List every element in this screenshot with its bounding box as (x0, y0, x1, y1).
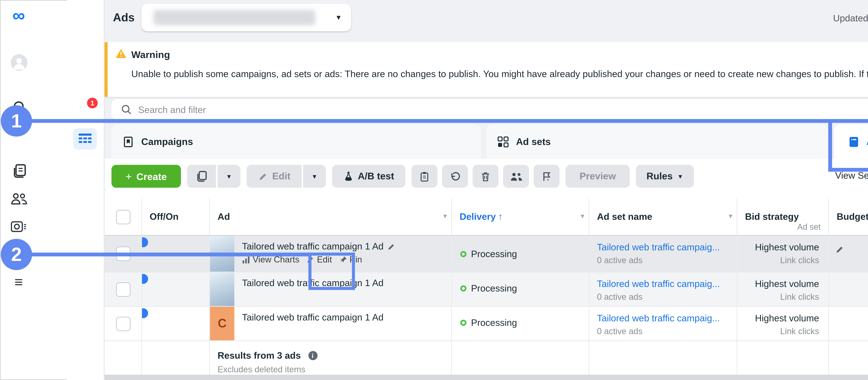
ad-sets-grid-icon (497, 135, 509, 148)
table-row[interactable]: C Tailored web traffic campaign 1 Ad Pro… (104, 307, 868, 341)
rules-button[interactable]: Rules ▼ (636, 165, 694, 188)
sidebar-item-ads-manager-active[interactable] (73, 128, 97, 150)
chevron-down-icon: ▼ (335, 14, 342, 21)
last-updated-text: Updated today at 21:29 (786, 13, 868, 24)
footer-title: Results from 3 ads (218, 350, 301, 361)
tab-campaigns[interactable]: Campaigns (112, 124, 481, 159)
row-adset-cell: Tailored web traffic campaig... 0 active… (589, 236, 738, 272)
sort-caret-icon: ▼ (727, 213, 734, 220)
page-title: Ads (113, 11, 135, 24)
ab-test-button[interactable]: A/B test (332, 165, 405, 188)
row-budget-cell: £10.00 Daily (829, 236, 868, 272)
sidebar-item-more-menu[interactable]: ≡ (0, 275, 37, 290)
row-adset-cell: Tailored web traffic campaig... 0 active… (589, 273, 738, 306)
row-checkbox-cell (104, 273, 142, 306)
preview-button[interactable]: Preview (566, 165, 630, 188)
header-onoff[interactable]: Off/On (142, 198, 210, 235)
ad-thumbnail[interactable] (210, 273, 235, 306)
footer-subtitle: Excludes deleted items (218, 365, 451, 374)
row-delivery-cell: Processing (452, 307, 589, 340)
row-checkbox-cell (104, 307, 142, 340)
search-input[interactable]: Search and filter (112, 99, 868, 120)
create-button[interactable]: + Create (112, 165, 181, 188)
undo-button[interactable] (442, 165, 468, 188)
assign-people-button[interactable] (503, 165, 529, 188)
row-delivery-cell: Processing (452, 236, 589, 272)
row-bid-cell: Highest volume Link clicks (738, 236, 829, 272)
row-checkbox[interactable] (116, 282, 130, 296)
pencil-icon[interactable] (387, 242, 396, 251)
duplicate-dropdown-button[interactable]: ▼ (218, 165, 241, 188)
table-footer-row: Results from 3 ads i Excludes deleted it… (104, 341, 868, 378)
status-dot-icon (460, 285, 466, 291)
account-avatar[interactable] (0, 54, 37, 71)
flag-sync-icon (541, 170, 552, 182)
warning-banner: Warning Unable to publish some campaigns… (104, 42, 868, 97)
header-ad-set-name[interactable]: Ad set name ▼ (589, 198, 738, 235)
header-budget[interactable]: Budget Ad set (829, 198, 868, 235)
status-dot-icon (460, 251, 466, 257)
tab-ad-sets[interactable]: Ad sets (486, 124, 828, 159)
annotation-step-1: 1 (1, 105, 32, 137)
hamburger-menu-icon: ≡ (14, 275, 23, 290)
sort-caret-icon: ▼ (442, 213, 448, 220)
edit-budget-icon[interactable] (835, 245, 844, 254)
people-pair-icon (509, 171, 523, 181)
ad-set-link[interactable]: Tailored web traffic campaig... (597, 313, 737, 324)
row-delivery-cell: Processing (452, 273, 589, 306)
ad-set-link[interactable]: Tailored web traffic campaig... (597, 279, 737, 289)
sidebar-item-pages[interactable] (0, 163, 37, 179)
flag-button[interactable] (534, 165, 560, 188)
search-icon (121, 104, 132, 115)
delete-button[interactable] (472, 165, 499, 188)
ad-name-link[interactable]: Tailored web traffic campaign 1 Ad (242, 241, 383, 252)
horizontal-scrollbar[interactable] (104, 375, 868, 380)
view-setup-label: View Setup (835, 170, 868, 181)
duplicate-icon (195, 170, 208, 182)
toggle-knob (142, 237, 148, 247)
ad-thumbnail[interactable]: C (210, 307, 235, 340)
chevron-down-icon: ▼ (311, 173, 317, 180)
edit-button[interactable]: Edit (247, 165, 302, 188)
avatar-icon (10, 54, 27, 71)
warning-message: Unable to publish some campaigns, ad set… (131, 69, 868, 80)
pages-icon (11, 163, 26, 179)
chevron-down-icon: ▼ (226, 173, 232, 180)
trash-icon (480, 170, 491, 182)
sort-up-icon: ↑ (498, 212, 503, 222)
header-sub-label: Ad set (797, 222, 820, 231)
left-nav-sidebar (67, 0, 104, 380)
pencil-icon (258, 171, 268, 181)
header-bid-strategy[interactable]: Bid strategy Ad set (738, 198, 829, 235)
people-icon (10, 192, 27, 205)
warning-triangle-icon (115, 48, 127, 59)
edit-dropdown-button[interactable]: ▼ (303, 165, 326, 188)
header-delivery[interactable]: Delivery ↑ ▼ (452, 198, 589, 235)
header-ad[interactable]: Ad ▼ (210, 198, 452, 235)
sidebar-item-audiences[interactable] (0, 192, 37, 205)
toggle-knob (142, 308, 148, 318)
plus-icon: + (125, 170, 132, 182)
account-selector[interactable]: ▼ (141, 4, 351, 31)
paste-button[interactable] (411, 165, 437, 188)
select-all-checkbox[interactable] (116, 210, 130, 224)
meta-logo-icon[interactable]: ∞ (0, 8, 37, 23)
ads-manager-screen: ∞ 1 ≡ Ads (0, 0, 868, 380)
warning-title: Warning (131, 49, 170, 60)
ad-set-link[interactable]: Tailored web traffic campaig... (597, 242, 737, 253)
row-checkbox[interactable] (116, 316, 130, 331)
chevron-down-icon: ▼ (677, 173, 683, 180)
table-header-row: Off/On Ad ▼ Delivery ↑ ▼ Ad set name ▼ B… (104, 198, 868, 236)
info-icon[interactable]: i (308, 351, 317, 360)
search-placeholder: Search and filter (138, 104, 206, 115)
sidebar-item-ads-reporting[interactable] (0, 220, 37, 233)
speaker-box-icon (11, 220, 27, 233)
flask-icon (343, 171, 353, 182)
duplicate-button[interactable] (187, 165, 216, 188)
clipboard-icon (419, 170, 430, 182)
sort-caret-icon: ▼ (580, 213, 586, 220)
row-bid-cell: Highest volume Link clicks (738, 273, 829, 306)
row-onoff-cell (142, 307, 210, 340)
table-row[interactable]: Tailored web traffic campaign 1 Ad Proce… (104, 273, 868, 307)
ad-name-link[interactable]: Tailored web traffic campaign 1 Ad (242, 312, 383, 323)
